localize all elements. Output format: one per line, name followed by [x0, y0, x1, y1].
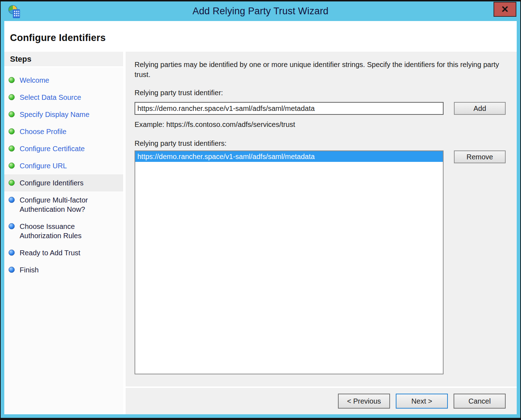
step-label: Configure Multi-factor Authentication No…	[20, 195, 100, 214]
footer-bar: < Previous Next > Cancel	[126, 388, 517, 414]
example-text: Example: https://fs.contoso.com/adfs/ser…	[135, 121, 506, 129]
identifiers-listbox[interactable]: https://demo.rancher.space/v1-saml/adfs/…	[135, 150, 444, 374]
step-label: Select Data Source	[20, 93, 100, 102]
step-item: Configure URL	[4, 157, 123, 174]
step-bullet-done-icon	[9, 111, 15, 117]
step-item: Configure Certificate	[4, 140, 123, 157]
titlebar: Add Relying Party Trust Wizard ✕	[1, 1, 520, 21]
steps-sidebar: Steps WelcomeSelect Data SourceSpecify D…	[4, 52, 123, 414]
step-label: Choose Profile	[20, 127, 100, 136]
step-item: Configure Multi-factor Authentication No…	[4, 191, 123, 218]
page-title: Configure Identifiers	[4, 21, 517, 43]
step-item: Ready to Add Trust	[4, 244, 123, 261]
window-title: Add Relying Party Trust Wizard	[1, 6, 520, 17]
step-bullet-done-icon	[9, 77, 15, 83]
identifiers-label: Relying party trust identifiers:	[135, 139, 506, 148]
step-item: Welcome	[4, 72, 123, 89]
step-item: Choose Profile	[4, 123, 123, 140]
identifier-label: Relying party trust identifier:	[135, 89, 506, 97]
intro-text: Relying parties may be identified by one…	[135, 60, 506, 80]
window-chrome: Add Relying Party Trust Wizard ✕ Configu…	[1, 1, 520, 418]
steps-list: WelcomeSelect Data SourceSpecify Display…	[4, 67, 123, 278]
cancel-button[interactable]: Cancel	[454, 394, 506, 409]
step-bullet-done-icon	[9, 163, 15, 169]
step-bullet-done-icon	[9, 145, 15, 152]
remove-button[interactable]: Remove	[454, 150, 506, 163]
step-item: Finish	[4, 261, 123, 278]
step-bullet-upcoming-icon	[9, 267, 15, 273]
step-item: Specify Display Name	[4, 106, 123, 123]
step-item: Configure Identifiers	[4, 174, 123, 191]
wizard-frame: Configure Identifiers Steps WelcomeSelec…	[4, 21, 517, 414]
main-content: Relying parties may be identified by one…	[126, 52, 517, 386]
step-label: Choose Issuance Authorization Rules	[20, 222, 100, 240]
step-item: Select Data Source	[4, 89, 123, 106]
close-button[interactable]: ✕	[494, 2, 516, 17]
next-button[interactable]: Next >	[396, 394, 448, 409]
step-label: Configure Certificate	[20, 144, 100, 153]
adfs-wizard-icon	[8, 5, 21, 19]
step-label: Ready to Add Trust	[20, 248, 100, 257]
step-item: Choose Issuance Authorization Rules	[4, 218, 123, 244]
step-bullet-upcoming-icon	[9, 197, 15, 203]
identifier-input[interactable]	[135, 102, 444, 115]
steps-header: Steps	[4, 52, 123, 67]
add-button[interactable]: Add	[454, 102, 506, 115]
step-label: Configure Identifiers	[20, 178, 100, 188]
step-label: Specify Display Name	[20, 110, 100, 119]
identifier-list-item[interactable]: https://demo.rancher.space/v1-saml/adfs/…	[135, 151, 443, 162]
previous-button[interactable]: < Previous	[338, 394, 390, 409]
step-bullet-done-icon	[9, 180, 15, 186]
step-label: Configure URL	[20, 161, 100, 170]
page-header: Configure Identifiers	[4, 21, 517, 52]
step-bullet-upcoming-icon	[9, 223, 15, 229]
step-bullet-done-icon	[9, 128, 15, 134]
step-label: Welcome	[20, 76, 100, 85]
step-bullet-upcoming-icon	[9, 250, 15, 256]
step-bullet-done-icon	[9, 94, 15, 100]
step-label: Finish	[20, 265, 100, 275]
